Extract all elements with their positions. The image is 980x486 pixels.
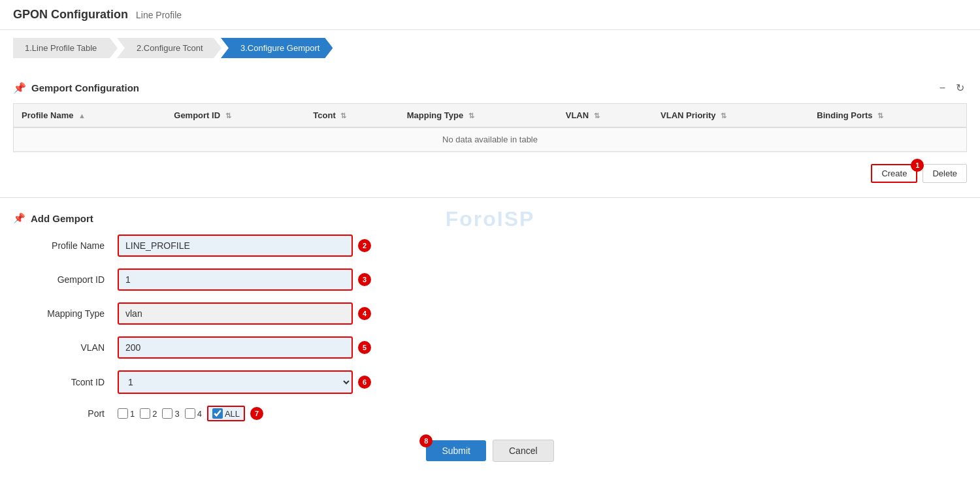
port-label-3: 3: [174, 409, 179, 419]
vlan-wrap: 5: [118, 336, 353, 359]
label-mapping-type: Mapping Type: [13, 308, 118, 319]
section-title: 📌 Gemport Configuration: [13, 76, 139, 99]
submit-button[interactable]: Submit: [426, 440, 486, 461]
wizard-step-1[interactable]: 1.Line Profile Table: [13, 38, 118, 58]
col-mapping-type[interactable]: Mapping Type ⇅: [399, 104, 558, 127]
port-checkbox-1[interactable]: [118, 408, 128, 419]
form-row-port: Port 1 2 3 4: [13, 406, 967, 421]
port-checkbox-4[interactable]: [185, 408, 195, 419]
profile-name-badge: 2: [358, 239, 371, 252]
mapping-type-input[interactable]: [118, 302, 353, 325]
page-subtitle: Line Profile: [136, 10, 182, 20]
create-button-wrap: Create 1: [871, 164, 917, 183]
port-item-all: ALL: [207, 406, 245, 421]
wizard-step-3[interactable]: 3.Configure Gemport: [221, 38, 333, 58]
port-label-1: 1: [130, 409, 135, 419]
sort-icon-vlan-priority: ⇅: [721, 112, 727, 120]
form-row-mapping-type: Mapping Type 4: [13, 302, 967, 325]
sort-icon-mapping: ⇅: [468, 112, 474, 120]
gemport-table: Profile Name ▲ Gemport ID ⇅ Tcont ⇅ Ma: [14, 104, 966, 152]
refresh-button[interactable]: ↻: [953, 80, 967, 95]
port-label-all: ALL: [225, 409, 240, 419]
table-container: Profile Name ▲ Gemport ID ⇅ Tcont ⇅ Ma: [13, 103, 967, 152]
no-data-cell: No data available in table: [14, 127, 966, 152]
gemport-id-wrap: 3: [118, 268, 353, 291]
label-profile-name: Profile Name: [13, 240, 118, 251]
label-port: Port: [13, 408, 118, 419]
pin-icon: 📌: [13, 82, 26, 94]
label-gemport-id: Gemport ID: [13, 274, 118, 285]
sort-icon-gemport: ⇅: [225, 112, 231, 120]
add-gemport-section: 📌 Add Gemport Profile Name 2 Gemport ID …: [0, 201, 980, 481]
port-checkbox-3[interactable]: [162, 408, 172, 419]
profile-name-input[interactable]: [118, 235, 353, 257]
form-row-gemport-id: Gemport ID 3: [13, 268, 967, 291]
no-data-row: No data available in table: [14, 127, 966, 152]
create-badge: 1: [911, 159, 924, 172]
delete-button[interactable]: Delete: [923, 164, 967, 183]
wizard-step-2[interactable]: 2.Configure Tcont: [117, 38, 221, 58]
section-header: 📌 Gemport Configuration − ↻: [13, 73, 967, 103]
sort-icon-profile: ▲: [78, 112, 86, 120]
form-actions: 8 Submit Cancel: [13, 433, 967, 468]
wizard-steps: 1.Line Profile Table 2.Configure Tcont 3…: [0, 30, 980, 66]
section-divider: [0, 197, 980, 198]
tcont-id-select[interactable]: 1 2 3 4: [118, 370, 353, 394]
form-row-vlan: VLAN 5: [13, 336, 967, 359]
page-title: GPON Configuration: [13, 8, 128, 22]
sort-icon-tcont: ⇅: [340, 112, 346, 120]
gemport-config-section: 📌 Gemport Configuration − ↻ Profile Name…: [0, 66, 980, 195]
col-vlan[interactable]: VLAN ⇅: [558, 104, 653, 127]
mapping-type-wrap: 4: [118, 302, 353, 325]
port-item-2: 2: [140, 408, 157, 419]
gemport-id-badge: 3: [358, 273, 371, 286]
col-profile-name[interactable]: Profile Name ▲: [14, 104, 166, 127]
table-wrapper: Profile Name ▲ Gemport ID ⇅ Tcont ⇅ Ma: [13, 103, 967, 188]
gemport-id-input[interactable]: [118, 268, 353, 291]
port-label-4: 4: [197, 409, 202, 419]
label-tcont-id: Tcont ID: [13, 377, 118, 387]
port-checkbox-all[interactable]: [212, 408, 223, 419]
form-row-profile-name: Profile Name 2: [13, 235, 967, 257]
minimize-button[interactable]: −: [937, 80, 948, 95]
tcont-id-badge: 6: [358, 376, 371, 389]
table-buttons: Create 1 Delete: [13, 159, 967, 188]
cancel-button[interactable]: Cancel: [493, 440, 554, 462]
port-item-4: 4: [185, 408, 202, 419]
form-row-tcont-id: Tcont ID 1 2 3 4 6: [13, 370, 967, 394]
vlan-input[interactable]: [118, 336, 353, 359]
form-title: 📌 Add Gemport: [13, 207, 967, 235]
profile-name-wrap: 2: [118, 235, 353, 257]
section-controls: − ↻: [937, 80, 967, 95]
col-tcont[interactable]: Tcont ⇅: [305, 104, 399, 127]
submit-wrap: 8 Submit: [426, 440, 486, 462]
port-wrap: 1 2 3 4 ALL 7: [118, 406, 263, 421]
port-item-1: 1: [118, 408, 135, 419]
page-header: GPON Configuration Line Profile: [0, 0, 980, 30]
mapping-type-badge: 4: [358, 307, 371, 320]
port-label-2: 2: [152, 409, 157, 419]
col-gemport-id[interactable]: Gemport ID ⇅: [166, 104, 305, 127]
sort-icon-vlan: ⇅: [594, 112, 600, 120]
vlan-badge: 5: [358, 341, 371, 354]
form-pin-icon: 📌: [13, 212, 25, 224]
port-badge: 7: [250, 407, 263, 420]
sort-icon-binding: ⇅: [877, 112, 883, 120]
col-vlan-priority[interactable]: VLAN Priority ⇅: [653, 104, 809, 127]
tcont-id-wrap: 1 2 3 4 6: [118, 370, 353, 394]
port-checkboxes: 1 2 3 4 ALL: [118, 406, 245, 421]
col-binding-ports[interactable]: Binding Ports ⇅: [809, 104, 966, 127]
table-header-row: Profile Name ▲ Gemport ID ⇅ Tcont ⇅ Ma: [14, 104, 966, 127]
port-checkbox-2[interactable]: [140, 408, 150, 419]
port-item-3: 3: [162, 408, 179, 419]
label-vlan: VLAN: [13, 342, 118, 353]
